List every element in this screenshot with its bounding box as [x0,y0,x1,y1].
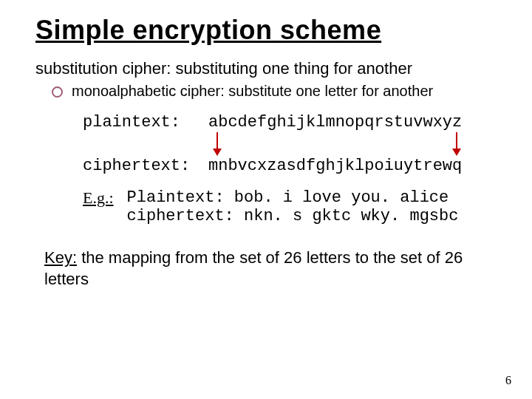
sub-definition-text: monoalphabetic cipher: substitute one le… [72,83,433,100]
definition-line: substitution cipher: substituting one th… [35,59,497,78]
example-lines: Plaintext: bob. i love you. alice cipher… [127,188,459,225]
sub-definition-term: monoalphabetic cipher: [72,83,225,99]
definition-desc: substituting one thing for another [171,59,412,78]
spacer [83,132,497,157]
sub-definition-desc: substitute one letter for another [225,83,433,99]
key-note: Key: the mapping from the set of 26 lett… [44,248,467,290]
example-block: E.g.: Plaintext: bob. i love you. alice … [83,188,497,225]
plaintext-row: plaintext: abcdefghijklmnopqrstuvwxyz [83,113,497,132]
example-plaintext: Plaintext: bob. i love you. alice [127,188,459,207]
page-number: 6 [505,374,511,387]
ciphertext-value: mnbvcxzasdfghjklpoiuytrewq [208,157,462,175]
slide-title: Simple encryption scheme [35,15,497,46]
example-label: E.g.: [83,188,114,208]
example-ciphertext: ciphertext: nkn. s gktc wky. mgsbc [127,207,459,225]
definition-term: substitution cipher: [35,59,171,78]
slide: Simple encryption scheme substitution ci… [0,0,532,399]
key-text: the mapping from the set of 26 letters t… [44,248,463,288]
ciphertext-label: ciphertext: [83,157,191,175]
ciphertext-row: ciphertext: mnbvcxzasdfghjklpoiuytrewq [83,157,497,175]
key-label: Key: [44,248,77,267]
cipher-mapping: plaintext: abcdefghijklmnopqrstuvwxyz ci… [83,113,497,175]
bullet-icon [52,86,63,98]
plaintext-label: plaintext: [83,113,191,132]
plaintext-value: abcdefghijklmnopqrstuvwxyz [208,113,462,132]
sub-definition-line: monoalphabetic cipher: substitute one le… [52,83,497,100]
